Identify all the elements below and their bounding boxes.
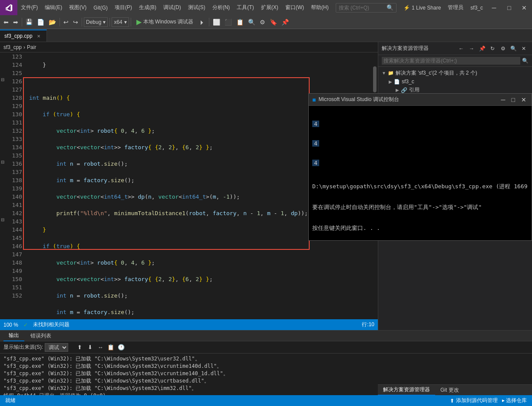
menu-debug[interactable]: 调试(D) — [160, 0, 185, 15]
close-button[interactable]: ✕ — [517, 0, 532, 15]
live-share-icon: ⚡ — [403, 5, 410, 11]
menu-git[interactable]: Git(G) — [90, 0, 111, 15]
new-file-button[interactable]: 📄 — [35, 17, 46, 27]
attach-button[interactable]: ⏵ — [198, 17, 207, 27]
solution-search-btn[interactable]: 🔍 — [509, 44, 518, 53]
toolbar-extra-5[interactable]: ⚙ — [258, 17, 267, 27]
toolbar-extra-7[interactable]: 📌 — [280, 17, 291, 27]
search-icon: 🔍 — [387, 4, 393, 11]
output-source-selector: 显示输出来源(S): 调试 — [3, 343, 68, 352]
console-num-2: 4 — [312, 140, 319, 147]
output-clock-btn[interactable]: 🕐 — [117, 343, 126, 352]
solution-back-btn[interactable]: ← — [456, 44, 466, 53]
solution-label: 解决方案 'sf3_c'(2 个项目，共 2 个) — [396, 69, 477, 77]
solution-search: 🔍 — [378, 55, 532, 67]
console-maximize-btn[interactable]: □ — [510, 95, 517, 105]
menu-window[interactable]: 窗口(W) — [282, 0, 307, 15]
menu-test[interactable]: 测试(S) — [185, 0, 209, 15]
live-share-button[interactable]: ⚡ 1 Live Share — [400, 4, 444, 12]
console-title: Microsoft Visual Studio 调试控制台 — [318, 96, 496, 103]
maximize-button[interactable]: □ — [502, 0, 517, 15]
tab-sf3-cpp[interactable]: sf3_cpp.cpp ✕ — [0, 29, 47, 42]
toolbar-separator-6 — [209, 18, 209, 26]
fold-indicator-133[interactable]: ⊟ — [1, 160, 4, 164]
menu-analyze[interactable]: 分析(N) — [209, 0, 234, 15]
editor-statusbar: 100 % ✓ 未找到相关问题 行:10 — [0, 319, 378, 330]
status-ready[interactable]: 就绪 — [3, 395, 17, 406]
output-down-btn[interactable]: ⬇ — [86, 343, 94, 352]
open-file-button[interactable]: 📂 — [47, 17, 58, 27]
save-button[interactable]: 💾 — [24, 17, 34, 27]
console-output: 4 4 4 D:\mysetup\gopath\src\dsy\sf3_c\x6… — [309, 106, 532, 240]
debug-config-dropdown[interactable]: Debug ▾ — [84, 17, 108, 27]
output-source-dropdown[interactable]: 调试 — [45, 343, 68, 352]
tree-item-solution[interactable]: ▼ 📁 解决方案 'sf3_c'(2 个项目，共 2 个) — [378, 69, 532, 78]
console-line-2: 4 — [312, 140, 528, 147]
menu-build[interactable]: 生成(B) — [135, 0, 160, 15]
status-add-source-control[interactable]: ⬆ 添加到源代码管理 — [448, 397, 499, 404]
global-search[interactable]: 🔍 — [336, 3, 397, 13]
run-button[interactable]: ▶ 本地 Windows 调试器 — [133, 17, 197, 27]
debug-config-label: Debug — [86, 19, 101, 25]
menu-edit[interactable]: 编辑(E) — [41, 0, 66, 15]
console-titlebar: ■ Microsoft Visual Studio 调试控制台 ─ □ ✕ — [309, 94, 532, 106]
platform-dropdown[interactable]: x64 ▾ — [112, 17, 129, 27]
tab-solution-explorer-bottom[interactable]: 解决方案资源管理器 — [378, 385, 435, 396]
minimize-button[interactable]: ─ — [486, 0, 502, 15]
scrollbar-thumb[interactable] — [373, 66, 377, 92]
back-button[interactable]: ⬅ — [2, 17, 10, 27]
toolbar-separator-4 — [109, 18, 110, 26]
toolbar-extra-3[interactable]: 📋 — [235, 17, 245, 27]
tree-chevron-solution: ▼ — [382, 71, 386, 75]
menu-view[interactable]: 视图(V) — [66, 0, 90, 15]
chevron-down-icon-2: ▾ — [124, 19, 127, 25]
add-source-ctrl-icon: ⬆ — [450, 398, 454, 404]
menu-help[interactable]: 帮助(H) — [307, 0, 332, 15]
solution-close-btn[interactable]: ✕ — [519, 44, 529, 53]
toolbar-extra-4[interactable]: 🔍 — [246, 17, 257, 27]
undo-button[interactable]: ↩ — [62, 17, 70, 27]
solution-icon: 📁 — [388, 70, 394, 76]
tree-item-project[interactable]: ▶ 📄 sf3_c — [378, 78, 532, 85]
solution-forward-btn[interactable]: → — [467, 44, 476, 53]
toolbar-extra-6[interactable]: 🔖 — [268, 17, 279, 27]
chevron-down-icon: ▾ — [103, 19, 106, 25]
toolbar-extra-1[interactable]: ⬜ — [211, 17, 222, 27]
forward-button[interactable]: ➡ — [11, 17, 20, 27]
menu-extensions[interactable]: 扩展(X) — [258, 0, 282, 15]
run-label: 本地 Windows 调试器 — [143, 18, 193, 26]
output-clear-btn[interactable]: ⬆ — [75, 343, 84, 352]
output-toolbar-icons: ⬆ ⬇ ↔ 📋 🕐 — [75, 343, 126, 352]
output-wrap-btn[interactable]: ↔ — [96, 343, 105, 352]
search-input[interactable] — [339, 5, 387, 11]
menu-file[interactable]: 文件(F) — [17, 0, 41, 15]
breadcrumb-file: sf3_cpp — [3, 44, 22, 50]
console-close-btn[interactable]: ✕ — [519, 95, 528, 105]
line-numbers: 123 124 125 126 127 128 129 130 131 132 … — [6, 52, 26, 319]
platform-label: x64 — [114, 19, 122, 25]
output-source-label: 显示输出来源(S): — [3, 344, 43, 351]
solution-explorer-title: 解决方案资源管理器 — [382, 45, 429, 52]
solution-settings-btn[interactable]: ⚙ — [498, 44, 508, 53]
redo-button[interactable]: ↪ — [71, 17, 80, 27]
console-msg-1: D:\mysetup\gopath\src\dsy\sf3_c\x64\Debu… — [312, 183, 528, 190]
menu-project[interactable]: 项目(P) — [111, 0, 135, 15]
solution-search-input[interactable] — [382, 57, 520, 65]
status-select-repo[interactable]: ▸ 选择仓库 — [500, 397, 529, 404]
solution-refresh-btn[interactable]: ↻ — [488, 44, 497, 53]
output-copy-btn[interactable]: 📋 — [106, 343, 115, 352]
line-col-label: 行:10 — [362, 321, 374, 328]
console-minimize-btn[interactable]: ─ — [499, 95, 507, 105]
tab-error-list[interactable]: 错误列表 — [25, 331, 56, 341]
tab-output[interactable]: 输出 — [3, 331, 24, 341]
menu-tools[interactable]: 工具(T) — [233, 0, 257, 15]
fold-indicator-140[interactable]: ⊟ — [1, 217, 4, 222]
toolbar-separator-5 — [131, 18, 131, 26]
tab-git-changes[interactable]: Git 更改 — [435, 385, 464, 396]
toolbar-extra-2[interactable]: ⬛ — [223, 17, 234, 27]
project-icon: 📄 — [394, 79, 400, 85]
manage-button[interactable]: 管理员 — [444, 0, 467, 15]
fold-indicator-125[interactable]: ⊟ — [1, 77, 4, 82]
tab-close-icon[interactable]: ✕ — [35, 33, 42, 39]
solution-pin-btn[interactable]: 📌 — [477, 44, 487, 53]
